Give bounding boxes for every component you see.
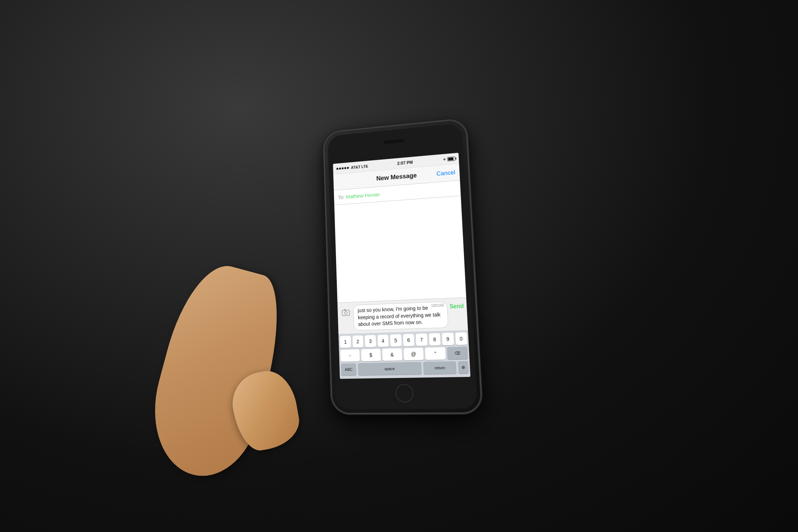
svg-point-1 [345,311,347,314]
iphone-device: AT&T LTE 2:07 PM ∗ New Message Cancel [323,118,482,414]
cancel-button[interactable]: Cancel [436,169,455,177]
key-8[interactable]: 8 [429,333,440,346]
text-input-area: just so you know, I'm going to be keepin… [337,297,468,334]
key-4[interactable]: 4 [377,334,389,347]
key-ampersand[interactable]: & [382,348,402,361]
signal-dot-5 [347,166,349,168]
keyboard-row-bottom: ABC space return ⊗ [341,361,469,376]
message-body-area [334,196,466,302]
key-at[interactable]: @ [403,347,424,360]
key-0[interactable]: 0 [455,332,468,345]
svg-rect-0 [342,310,350,316]
svg-rect-2 [344,309,346,310]
nav-title: New Message [376,172,417,182]
key-1[interactable]: 1 [340,335,351,348]
char-count: 100/160 [431,303,444,308]
key-dismiss[interactable]: ⊗ [458,361,469,373]
iphone-front: AT&T LTE 2:07 PM ∗ New Message Cancel [328,123,477,409]
signal-dot-2 [339,167,341,169]
send-button[interactable]: Send [449,303,464,310]
key-return[interactable]: return [423,361,457,374]
signal-dot-1 [336,167,339,169]
key-7[interactable]: 7 [416,333,427,346]
camera-button[interactable] [340,307,352,318]
home-button[interactable] [395,384,414,402]
time-display: 2:07 PM [397,160,413,166]
signal-dots [336,166,349,169]
status-left: AT&T LTE [336,164,368,171]
key-5[interactable]: 5 [390,334,401,347]
keyboard-row-numbers: 1 2 3 4 5 6 7 8 9 0 [340,332,467,348]
keyboard: 1 2 3 4 5 6 7 8 9 0 - $ [339,330,470,379]
signal-dot-4 [344,167,346,169]
signal-dot-3 [342,167,344,169]
status-right: ∗ [443,156,455,162]
message-text-content: just so you know, I'm going to be keepin… [358,304,444,328]
recipient-name: Mathew Honan [346,191,380,200]
key-delete[interactable]: ⌫ [447,346,468,359]
bluetooth-icon: ∗ [443,157,446,162]
key-dash[interactable]: - [340,349,360,362]
screen: AT&T LTE 2:07 PM ∗ New Message Cancel [333,153,470,379]
camera-icon [342,309,350,316]
battery-fill [448,157,454,160]
speaker-grill [384,139,404,144]
key-abc[interactable]: ABC [341,363,356,376]
key-dollar[interactable]: $ [361,348,381,361]
to-label: To: [338,194,345,200]
key-space[interactable]: space [358,362,422,375]
carrier-label: AT&T LTE [351,164,368,169]
keyboard-row-symbols: - $ & @ " ⌫ [340,346,468,361]
key-quote[interactable]: " [425,347,446,360]
key-9[interactable]: 9 [442,333,454,345]
key-3[interactable]: 3 [365,335,376,347]
key-2[interactable]: 2 [352,335,363,347]
key-6[interactable]: 6 [403,334,414,346]
message-input[interactable]: just so you know, I'm going to be keepin… [353,301,448,331]
scene: AT&T LTE 2:07 PM ∗ New Message Cancel [206,20,592,512]
battery-indicator [447,156,455,161]
